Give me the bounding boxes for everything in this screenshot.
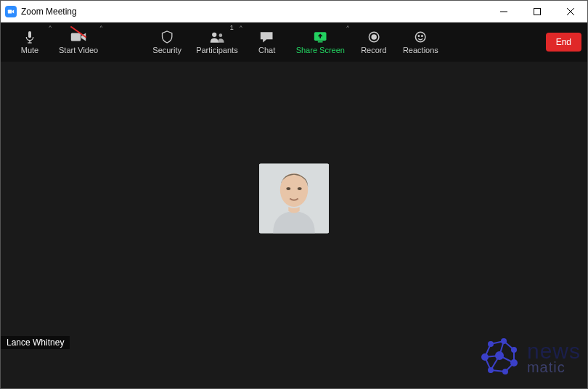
maximize-button[interactable]	[520, 1, 554, 22]
participant-avatar	[259, 163, 329, 233]
svg-point-8	[298, 187, 302, 190]
svg-rect-9	[28, 31, 31, 38]
chevron-up-icon[interactable]: ^	[240, 24, 242, 30]
record-icon	[367, 30, 380, 44]
minimize-button[interactable]	[487, 1, 520, 22]
chat-icon	[260, 30, 274, 44]
mute-button[interactable]: ^ Mute	[7, 22, 53, 62]
participants-icon	[209, 30, 225, 44]
start-video-button[interactable]: ^ Start Video	[53, 22, 104, 62]
close-button[interactable]	[554, 1, 587, 22]
svg-point-20	[418, 36, 420, 37]
svg-point-19	[416, 32, 426, 42]
security-button[interactable]: Security	[144, 22, 190, 62]
share-screen-button[interactable]: ^ Share Screen	[290, 22, 351, 62]
svg-point-21	[422, 36, 423, 37]
svg-rect-0	[8, 9, 12, 13]
meeting-toolbar: ^ Mute ^ Start Video	[1, 22, 587, 62]
share-screen-icon	[313, 30, 327, 44]
chevron-up-icon[interactable]: ^	[49, 24, 52, 30]
record-button[interactable]: Record	[351, 22, 397, 62]
titlebar: Zoom Meeting	[1, 1, 587, 22]
chevron-up-icon[interactable]: ^	[99, 24, 102, 30]
meeting-area: Lance Whitney ^ Mute ^ Start Video	[1, 22, 587, 388]
participant-name-label: Lance Whitney	[1, 336, 70, 349]
svg-point-13	[212, 33, 216, 37]
shield-icon	[161, 30, 173, 44]
end-meeting-button[interactable]: End	[546, 33, 581, 52]
zoom-app-icon	[5, 6, 17, 17]
svg-point-18	[372, 35, 376, 39]
zoom-window: Zoom Meeting Lance Whitney	[0, 0, 588, 389]
svg-point-14	[219, 33, 222, 37]
participants-button[interactable]: ^ 1 Participants	[190, 22, 243, 62]
chevron-up-icon[interactable]: ^	[346, 24, 349, 30]
reactions-icon	[414, 30, 427, 44]
microphone-icon	[24, 30, 36, 44]
svg-point-7	[286, 187, 290, 190]
chat-button[interactable]: Chat	[244, 22, 290, 62]
window-title: Zoom Meeting	[21, 7, 77, 17]
svg-rect-12	[71, 33, 81, 41]
reactions-button[interactable]: Reactions	[397, 22, 444, 62]
svg-rect-2	[534, 8, 541, 15]
participants-count-badge: 1	[230, 24, 234, 31]
